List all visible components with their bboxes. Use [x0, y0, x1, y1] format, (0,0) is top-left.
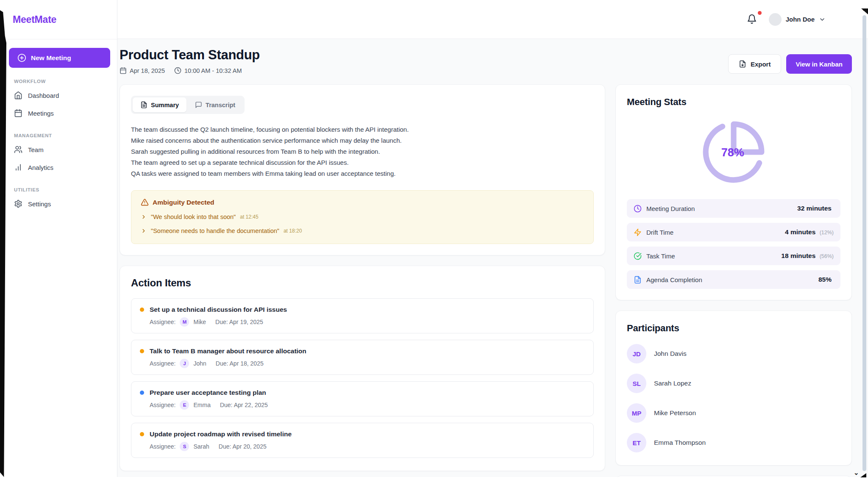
chevron-right-icon — [141, 214, 147, 220]
assignee-badge: E — [180, 400, 189, 410]
sidebar-item-settings[interactable]: Settings — [9, 195, 110, 213]
ambiguity-item[interactable]: "Someone needs to handle the documentati… — [141, 227, 584, 234]
sidebar-item-team[interactable]: Team — [9, 141, 110, 158]
export-label: Export — [751, 61, 771, 68]
new-meeting-label: New Meeting — [31, 54, 71, 62]
file-download-icon — [739, 60, 746, 68]
stat-row-drift: Drift Time 4 minutes (12%) — [627, 223, 840, 241]
action-item[interactable]: Talk to Team B manager about resource al… — [131, 340, 594, 375]
status-dot — [140, 391, 144, 395]
meeting-stats-title: Meeting Stats — [627, 97, 840, 108]
view-in-kanban-button[interactable]: View in Kanban — [786, 54, 852, 74]
sidebar-item-meetings[interactable]: Meetings — [9, 104, 110, 122]
new-meeting-button[interactable]: New Meeting — [9, 48, 110, 68]
user-name: John Doe — [786, 16, 815, 23]
sidebar-item-label: Dashboard — [28, 92, 59, 99]
avatar — [769, 13, 782, 26]
participant-avatar: ET — [627, 433, 646, 452]
participants-card: Participants JD John Davis SL Sarah Lope… — [615, 311, 852, 466]
participant-avatar: JD — [627, 344, 646, 363]
participant-avatar: MP — [627, 403, 646, 423]
action-item[interactable]: Set up a technical discussion for API is… — [131, 298, 594, 333]
participant-row: ET Emma Thompson — [627, 433, 840, 452]
zap-icon — [634, 228, 642, 236]
assignee-label: Assignee: — [150, 402, 175, 408]
sidebar-item-label: Analytics — [28, 164, 53, 171]
summary-text: The team discussed the Q2 launch timelin… — [131, 124, 594, 179]
notifications-button[interactable] — [747, 14, 758, 25]
sidebar: MeetMate New Meeting WORKFLOW Dashboard — [0, 0, 117, 488]
clock-icon — [634, 205, 642, 213]
participant-row: SL Sarah Lopez — [627, 374, 840, 393]
calendar-icon — [14, 109, 22, 117]
topbar: John Doe — [117, 0, 868, 39]
chevron-down-icon — [819, 16, 826, 23]
meeting-time: 10:00 AM - 10:32 AM — [174, 67, 242, 74]
participant-row: MP Mike Peterson — [627, 403, 840, 423]
participant-avatar: SL — [627, 374, 646, 393]
meeting-date: Apr 18, 2025 — [120, 67, 165, 74]
clock-icon — [174, 67, 181, 74]
assignee-name: Mike — [193, 319, 206, 325]
sidebar-item-label: Settings — [28, 200, 51, 208]
status-dot — [140, 349, 144, 353]
file-text-icon — [140, 101, 147, 108]
stat-row-agenda: Agenda Completion 85% — [627, 270, 840, 289]
action-item[interactable]: Update project roadmap with revised time… — [131, 423, 594, 458]
chevron-right-icon — [141, 228, 147, 234]
app-window: MeetMate New Meeting WORKFLOW Dashboard — [0, 0, 868, 488]
assignee-name: Sarah — [193, 443, 209, 450]
section-label-management: MANAGEMENT — [14, 133, 110, 138]
home-icon — [14, 91, 22, 100]
bar-chart-icon — [14, 163, 22, 172]
export-button[interactable]: Export — [728, 54, 782, 74]
action-items-card: Action Items Set up a technical discussi… — [120, 266, 605, 471]
participant-name: Mike Peterson — [654, 409, 696, 417]
summary-transcript-tabs: Summary Transcript — [131, 96, 245, 114]
notification-dot — [758, 11, 762, 15]
ambiguity-item[interactable]: "We should look into that soon" at 12:45 — [141, 214, 584, 220]
action-item[interactable]: Prepare user acceptance testing plan Ass… — [131, 381, 594, 416]
assignee-label: Assignee: — [150, 319, 175, 325]
gear-icon — [14, 200, 22, 208]
user-menu[interactable]: John Doe — [769, 13, 826, 26]
page-content: Product Team Standup Apr 18, 2025 — [117, 39, 868, 488]
section-label-utilities: UTILITIES — [14, 187, 110, 192]
stat-row-duration: Meeting Duration 32 minutes — [627, 199, 840, 218]
sidebar-header: MeetMate — [0, 0, 117, 39]
status-dot — [140, 432, 144, 436]
plus-circle-icon — [17, 53, 26, 62]
due-date: Due: Apr 18, 2025 — [216, 360, 264, 367]
assignee-badge: M — [180, 317, 189, 327]
message-square-icon — [195, 101, 202, 108]
scrollbar-thumb[interactable] — [862, 15, 866, 471]
due-date: Due: Apr 19, 2025 — [215, 319, 263, 325]
sidebar-item-label: Meetings — [28, 110, 54, 117]
sidebar-item-dashboard[interactable]: Dashboard — [9, 86, 110, 104]
sidebar-item-analytics[interactable]: Analytics — [9, 158, 110, 176]
warning-triangle-icon — [141, 198, 149, 206]
participant-name: Sarah Lopez — [654, 380, 691, 387]
sidebar-item-label: Team — [28, 146, 44, 153]
stat-row-task: Task Time 18 minutes (56%) — [627, 247, 840, 265]
summary-card: Summary Transcript The team discussed th… — [120, 84, 605, 255]
participant-name: Emma Thompson — [654, 439, 706, 446]
tab-transcript[interactable]: Transcript — [187, 97, 243, 112]
assignee-badge: S — [180, 442, 189, 451]
tab-summary[interactable]: Summary — [133, 97, 186, 112]
completion-percentage: 78% — [721, 146, 744, 159]
app-logo: MeetMate — [13, 14, 56, 25]
assignee-label: Assignee: — [150, 443, 175, 450]
ambiguity-title: Ambiguity Detected — [153, 199, 214, 206]
section-label-workflow: WORKFLOW — [14, 79, 110, 84]
due-date: Due: Apr 22, 2025 — [220, 402, 268, 408]
calendar-icon — [120, 67, 127, 74]
ambiguity-alert: Ambiguity Detected "We should look into … — [131, 190, 594, 244]
completion-donut: 78% — [700, 116, 768, 188]
check-circle-icon — [634, 252, 642, 260]
page-title: Product Team Standup — [120, 47, 260, 63]
bell-icon — [747, 14, 758, 24]
file-text-icon — [634, 276, 642, 284]
bottom-strip — [0, 477, 868, 488]
resize-cursor-artifact: ⌄ — [854, 469, 865, 477]
